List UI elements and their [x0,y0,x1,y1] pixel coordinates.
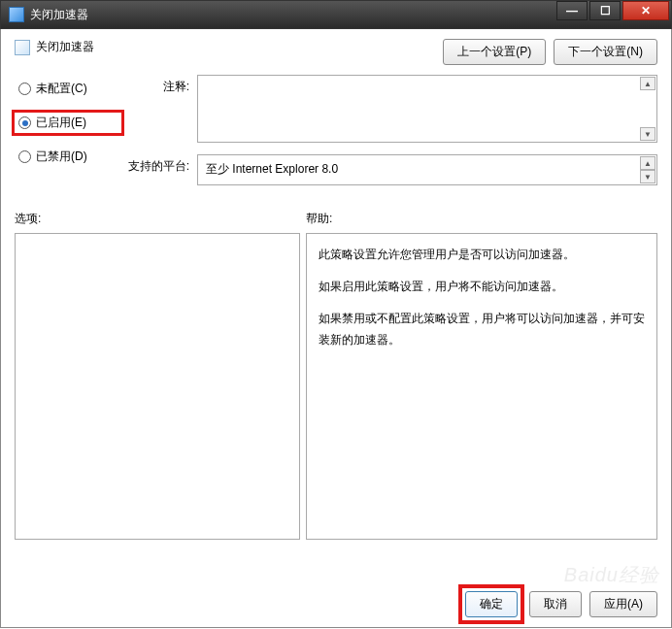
policy-icon [15,40,30,55]
platform-row: 支持的平台: 至少 Internet Explorer 8.0 ▲ ▼ [121,154,657,185]
scrollbar[interactable]: ▲ ▼ [640,77,655,141]
next-setting-button[interactable]: 下一个设置(N) [554,39,657,65]
ok-button[interactable]: 确定 [465,591,518,617]
header-left: 关闭加速器 [15,39,94,55]
page-title: 关闭加速器 [36,39,94,55]
ok-highlight: 确定 [458,584,524,624]
watermark: Baidu经验 [564,562,659,588]
panes: 此策略设置允许您管理用户是否可以访问加速器。 如果启用此策略设置，用户将不能访问… [15,233,657,540]
help-text-line: 此策略设置允许您管理用户是否可以访问加速器。 [319,244,645,266]
window-body: 关闭加速器 上一个设置(P) 下一个设置(N) 未配置(C) 已启用(E) 已禁… [0,29,672,628]
radio-icon [18,116,31,129]
radio-disabled[interactable]: 已禁用(D) [15,147,121,167]
radio-icon [18,150,31,163]
scroll-down-icon[interactable]: ▼ [640,127,655,141]
radio-group: 未配置(C) 已启用(E) 已禁用(D) [15,75,121,167]
maximize-button[interactable]: ☐ [589,1,621,20]
platform-label: 支持的平台: [121,154,189,175]
comment-label: 注释: [121,75,189,95]
header-row: 关闭加速器 上一个设置(P) 下一个设置(N) [15,39,657,65]
radio-not-configured[interactable]: 未配置(C) [15,79,121,99]
help-label: 帮助: [306,211,332,227]
window-title: 关闭加速器 [30,7,88,23]
comment-row: 注释: ▲ ▼ [121,75,657,143]
scrollbar[interactable]: ▲ ▼ [640,156,655,183]
comment-textarea[interactable]: ▲ ▼ [197,75,657,143]
radio-label: 已启用(E) [36,115,86,131]
options-label: 选项: [15,211,306,227]
radio-icon [18,83,31,95]
section-labels: 选项: 帮助: [15,211,657,227]
scroll-down-icon[interactable]: ▼ [640,170,655,183]
close-button[interactable]: ✕ [622,1,669,20]
scroll-up-icon[interactable]: ▲ [640,156,655,170]
window-controls: — ☐ ✕ [556,1,669,20]
help-pane: 此策略设置允许您管理用户是否可以访问加速器。 如果启用此策略设置，用户将不能访问… [306,233,657,540]
help-text-line: 如果禁用或不配置此策略设置，用户将可以访问加速器，并可安装新的加速器。 [319,308,645,352]
platform-display: 至少 Internet Explorer 8.0 ▲ ▼ [197,154,657,185]
radio-label: 未配置(C) [36,81,87,97]
footer-buttons: 确定 取消 应用(A) [465,591,657,617]
prev-setting-button[interactable]: 上一个设置(P) [443,39,546,65]
radio-enabled[interactable]: 已启用(E) [12,110,124,136]
help-text-line: 如果启用此策略设置，用户将不能访问加速器。 [319,276,645,298]
platform-value: 至少 Internet Explorer 8.0 [206,162,338,176]
scroll-up-icon[interactable]: ▲ [640,77,655,90]
title-bar: 关闭加速器 — ☐ ✕ [0,0,672,29]
app-icon [9,7,24,22]
config-row: 未配置(C) 已启用(E) 已禁用(D) 注释: ▲ ▼ [15,75,657,185]
header-buttons: 上一个设置(P) 下一个设置(N) [443,39,657,65]
minimize-button[interactable]: — [556,1,588,20]
cancel-button[interactable]: 取消 [529,591,582,617]
options-pane [15,233,300,540]
fields-column: 注释: ▲ ▼ 支持的平台: 至少 Internet Explorer 8.0 … [121,75,657,185]
radio-label: 已禁用(D) [36,149,87,165]
apply-button[interactable]: 应用(A) [589,591,657,617]
